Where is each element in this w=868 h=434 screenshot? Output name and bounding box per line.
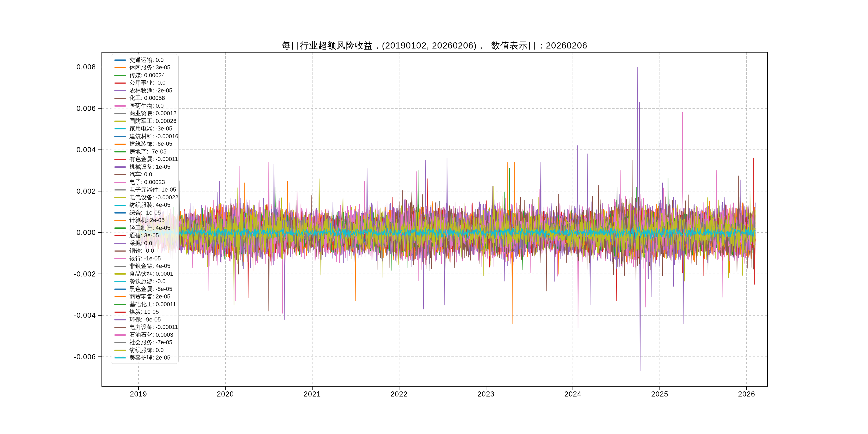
legend-line-swatch (114, 144, 126, 145)
legend-item: 商贸零售: 2e-05 (111, 293, 176, 301)
legend-label: 国防军工: 0.00026 (129, 118, 177, 124)
y-tick-label: 0.000 (37, 228, 96, 237)
legend-item: 房地产: -7e-05 (111, 148, 176, 156)
legend-label: 纺织服装: 4e-05 (129, 202, 170, 208)
legend-label: 商贸零售: 2e-05 (129, 294, 170, 300)
legend-item: 基础化工: 0.00011 (111, 301, 176, 308)
legend-label: 汽车: 0.0 (129, 172, 152, 178)
legend-line-swatch (114, 342, 126, 343)
legend-item: 电子: 0.00023 (111, 179, 176, 186)
legend-label: 化工: 0.00058 (129, 95, 165, 101)
legend-item: 环保: -9e-05 (111, 316, 176, 323)
legend-item: 汽车: 0.0 (111, 171, 176, 179)
legend-item: 钢铁: -0.0 (111, 247, 176, 255)
legend-item: 电力设备: -0.00011 (111, 323, 176, 331)
legend-item: 家用电器: -3e-05 (111, 125, 176, 133)
legend-label: 电力设备: -0.00011 (129, 324, 178, 330)
legend-line-swatch (114, 227, 126, 229)
legend-line-swatch (114, 250, 126, 252)
legend-line-swatch (114, 136, 126, 137)
x-tick-label: 2021 (304, 390, 321, 398)
daily-industry-excess-risk-return-chart: 每日行业超额风险收益，(20190102, 20260206)， 数值表示日：2… (0, 0, 868, 434)
legend-line-swatch (114, 243, 126, 244)
legend-item: 纺织服饰: 0.0 (111, 346, 176, 354)
x-tick-label: 2024 (564, 390, 581, 398)
legend-label: 交通运输: 0.0 (129, 57, 164, 63)
legend-item: 餐饮旅游: -0.0 (111, 278, 176, 286)
legend-line-swatch (114, 258, 126, 259)
legend-label: 电子: 0.00023 (129, 180, 165, 185)
legend-item: 机械设备: 1e-05 (111, 163, 176, 171)
legend-item: 公用事业: -0.0 (111, 79, 176, 87)
legend-label: 环保: -9e-05 (129, 317, 161, 323)
legend-line-swatch (114, 189, 126, 191)
legend-label: 石油石化: 0.0003 (129, 332, 173, 338)
legend-item: 纺织服装: 4e-05 (111, 202, 176, 209)
legend-label: 轻工制造: 4e-05 (129, 225, 170, 231)
legend-line-swatch (114, 312, 126, 313)
legend-line-swatch (114, 334, 126, 336)
legend-item: 石油石化: 0.0003 (111, 331, 176, 339)
legend-label: 煤炭: 1e-05 (129, 309, 159, 315)
legend-item: 综合: -1e-05 (111, 209, 176, 217)
legend-item: 非银金融: 4e-05 (111, 262, 176, 270)
legend-item: 通信: 3e-05 (111, 232, 176, 240)
y-tick-label: 0.004 (37, 146, 96, 154)
legend-label: 社会服务: -7e-05 (129, 340, 172, 346)
y-tick-label: -0.002 (37, 270, 96, 278)
legend-line-swatch (114, 67, 126, 69)
legend-item: 传媒: 0.00024 (111, 71, 176, 79)
legend-item: 建筑材料: -0.00016 (111, 133, 176, 141)
legend-item: 计算机: 2e-05 (111, 217, 176, 224)
x-tick-label: 2026 (738, 390, 755, 398)
legend: 交通运输: 0.0休闲服务: 3e-05传媒: 0.00024公用事业: -0.… (111, 54, 179, 364)
legend-line-swatch (114, 358, 126, 359)
legend-line-swatch (114, 212, 126, 214)
legend-label: 医药生物: 0.0 (129, 103, 164, 109)
y-tick-label: 0.008 (37, 63, 96, 71)
legend-item: 交通运输: 0.0 (111, 56, 176, 64)
legend-label: 非银金融: 4e-05 (129, 264, 170, 269)
legend-line-swatch (114, 288, 126, 290)
legend-line-swatch (114, 174, 126, 176)
legend-item: 休闲服务: 3e-05 (111, 64, 176, 72)
legend-label: 建筑材料: -0.00016 (129, 134, 179, 140)
legend-item: 商业贸易: 0.00012 (111, 110, 176, 118)
legend-label: 黑色金属: -8e-05 (129, 286, 172, 292)
legend-line-swatch (114, 327, 126, 328)
legend-line-swatch (114, 83, 126, 84)
legend-line-swatch (114, 235, 126, 237)
legend-item: 煤炭: 1e-05 (111, 308, 176, 316)
legend-label: 商业贸易: 0.00012 (129, 111, 177, 117)
chart-title: 每日行业超额风险收益，(20190102, 20260206)， 数值表示日：2… (282, 40, 587, 52)
legend-item: 轻工制造: 4e-05 (111, 224, 176, 232)
legend-label: 基础化工: 0.00011 (129, 302, 176, 308)
legend-label: 公用事业: -0.0 (129, 80, 165, 86)
legend-line-swatch (114, 197, 126, 198)
legend-item: 银行: -1e-05 (111, 255, 176, 262)
legend-item: 黑色金属: -8e-05 (111, 285, 176, 293)
legend-label: 休闲服务: 3e-05 (129, 65, 170, 71)
legend-line-swatch (114, 319, 126, 320)
legend-line-swatch (114, 182, 126, 183)
legend-label: 餐饮旅游: -0.0 (129, 279, 165, 284)
legend-item: 农林牧渔: -2e-05 (111, 87, 176, 95)
legend-line-swatch (114, 281, 126, 282)
x-tick-label: 2023 (477, 390, 495, 398)
legend-line-swatch (114, 166, 126, 168)
legend-line-swatch (114, 128, 126, 130)
legend-label: 农林牧渔: -2e-05 (129, 88, 172, 94)
legend-item: 社会服务: -7e-05 (111, 339, 176, 347)
y-tick-label: -0.004 (37, 311, 96, 320)
legend-line-swatch (114, 296, 126, 298)
legend-item: 化工: 0.00058 (111, 95, 176, 102)
legend-label: 钢铁: -0.0 (129, 248, 154, 254)
legend-line-swatch (114, 75, 126, 76)
legend-line-swatch (114, 205, 126, 206)
legend-line-swatch (114, 304, 126, 305)
y-tick-label: -0.006 (37, 352, 96, 361)
x-tick-label: 2019 (130, 390, 147, 398)
legend-label: 美容护理: 2e-05 (129, 355, 170, 361)
legend-item: 医药生物: 0.0 (111, 102, 176, 110)
legend-label: 采掘: 0.0 (129, 241, 152, 246)
